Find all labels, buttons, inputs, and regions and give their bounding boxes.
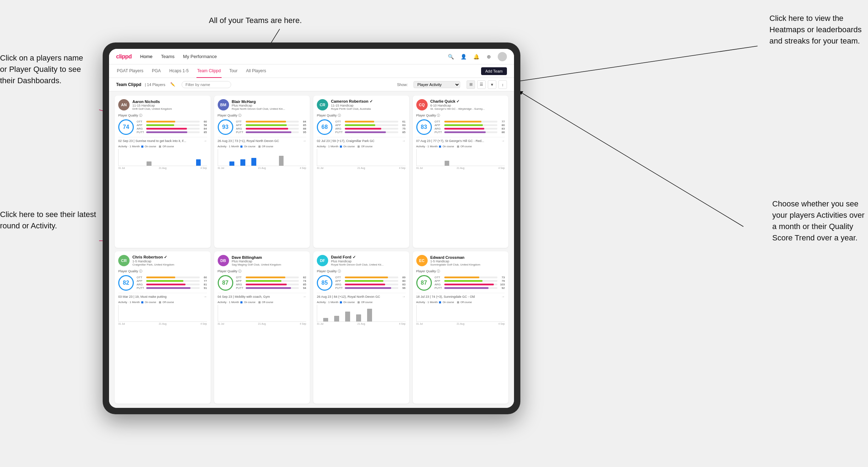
- latest-round[interactable]: 02 Sep 23 | Sunrise round to get back in…: [118, 137, 207, 143]
- stat-bar-container: [146, 121, 200, 123]
- stat-bar-container: [345, 280, 398, 282]
- stat-label-arg: ARG: [137, 283, 145, 286]
- stat-label-arg: ARG: [137, 127, 145, 130]
- nav-my-performance[interactable]: My Performance: [183, 52, 217, 61]
- player-name[interactable]: Blair McHarg: [232, 99, 307, 104]
- chart-date-label: 31 Jul: [118, 323, 125, 325]
- player-name[interactable]: Aaron Nicholls: [132, 99, 207, 104]
- player-name[interactable]: Cameron Robertson ✓: [331, 99, 406, 104]
- off-course-legend: [258, 146, 261, 148]
- player-info: Edward Crossman1-5 HandicapSunningdale G…: [430, 255, 505, 266]
- show-select[interactable]: Player Activity Quality Score Trend: [413, 81, 460, 88]
- quality-circle[interactable]: 83: [416, 119, 432, 135]
- player-info: Cameron Robertson ✓11-15 HandicapRoyal P…: [331, 99, 406, 110]
- round-arrow-icon[interactable]: →: [204, 139, 207, 143]
- round-arrow-icon[interactable]: →: [303, 139, 306, 143]
- activity-chart: [416, 305, 505, 322]
- avatar[interactable]: [498, 52, 507, 61]
- player-name[interactable]: Chris Robertson ✓: [132, 255, 207, 260]
- on-course-label: On course: [145, 301, 156, 303]
- tab-hcaps[interactable]: Hcaps 1-5: [169, 64, 189, 78]
- stat-label-putt: PUTT: [335, 286, 344, 290]
- latest-round[interactable]: 07 Aug 23 | 77 (+7), St George's Hill GC…: [416, 137, 505, 143]
- stat-label-ott: OTT: [435, 120, 443, 123]
- player-card[interactable]: BMBlair McHargPlus HandicapRoyal North D…: [214, 96, 310, 248]
- add-team-button[interactable]: Add Team: [481, 67, 507, 75]
- filter-button[interactable]: ▼: [488, 80, 496, 89]
- latest-round[interactable]: 03 Mar 23 | 19, Must make putting→: [118, 293, 207, 298]
- nav-home[interactable]: Home: [140, 52, 153, 61]
- nav-logo[interactable]: clippd: [116, 53, 132, 60]
- tab-pgat-players[interactable]: PGAT Players: [116, 64, 144, 78]
- settings-icon[interactable]: ⊕: [485, 53, 493, 61]
- chart-dates: 31 Jul21 Aug4 Sep: [416, 323, 505, 325]
- player-avatar: DB: [218, 255, 229, 266]
- latest-round[interactable]: 02 Jul 23 | 59 (+17), Craigmillar Park G…: [317, 137, 406, 143]
- stat-bar-container: [146, 277, 200, 278]
- tab-team-clippd[interactable]: Team Clippd: [196, 64, 222, 78]
- quality-circle[interactable]: 82: [118, 275, 134, 291]
- latest-round[interactable]: 26 Aug 23 | 84 (+12), Royal North Devon …: [317, 293, 406, 298]
- player-club: Sag Maging Golf Club, United Kingdom: [232, 263, 307, 266]
- stat-bar-container: [146, 287, 200, 289]
- grid-view-button[interactable]: ⊞: [467, 80, 475, 89]
- stat-bar: [345, 124, 375, 126]
- player-name[interactable]: Charlie Quick ✓: [430, 99, 505, 104]
- quality-circle[interactable]: 87: [218, 275, 233, 291]
- round-text: 04 Sep 23 | Mobility with coach, Gym: [218, 295, 302, 298]
- player-name[interactable]: Edward Crossman: [430, 255, 505, 260]
- chart-bar: [229, 161, 234, 166]
- stat-label-app: APP: [335, 124, 344, 127]
- player-card[interactable]: ANAaron Nicholls11-15 HandicapDrift Golf…: [115, 96, 211, 248]
- player-card[interactable]: ECEdward Crossman1-5 HandicapSunningdale…: [413, 251, 509, 404]
- stat-label-arg: ARG: [335, 283, 344, 286]
- tab-pga[interactable]: PGA: [151, 64, 161, 78]
- latest-round[interactable]: 04 Sep 23 | Mobility with coach, Gym→: [218, 293, 307, 298]
- latest-round[interactable]: 26 Aug 23 | 73 (+1), Royal North Devon G…: [218, 137, 307, 143]
- quality-circle[interactable]: 87: [416, 275, 432, 291]
- tab-tour[interactable]: Tour: [229, 64, 238, 78]
- player-name[interactable]: David Ford ✓: [331, 255, 406, 260]
- latest-round[interactable]: 18 Jul 23 | 74 (+3), Sunningdale GC - Ol…: [416, 293, 505, 298]
- stat-value: 60: [201, 276, 207, 279]
- stat-label-ott: OTT: [236, 276, 245, 279]
- notification-icon[interactable]: 🔔: [472, 53, 480, 61]
- filter-input[interactable]: [182, 81, 231, 88]
- stat-bar-container: [345, 131, 398, 133]
- stat-bar: [444, 280, 482, 282]
- tab-all-players[interactable]: All Players: [245, 64, 267, 78]
- round-arrow-icon[interactable]: →: [501, 139, 505, 143]
- player-card[interactable]: DBDave BillinghamPlus HandicapSag Maging…: [214, 251, 310, 404]
- chart-dates: 31 Jul21 Aug4 Sep: [317, 167, 406, 169]
- round-arrow-icon[interactable]: →: [501, 295, 505, 298]
- round-arrow-icon[interactable]: →: [402, 295, 406, 298]
- round-arrow-icon[interactable]: →: [303, 295, 306, 298]
- round-arrow-icon[interactable]: →: [402, 139, 406, 143]
- edit-team-icon[interactable]: ✏️: [170, 82, 175, 87]
- stat-value: 84: [300, 120, 306, 123]
- player-card[interactable]: CRChris Robertson ✓1-5 HandicapCraigmill…: [115, 251, 211, 404]
- search-icon[interactable]: 🔍: [447, 53, 455, 61]
- quality-circle[interactable]: 68: [317, 119, 332, 135]
- player-card[interactable]: DFDavid Ford ✓Plus HandicapRoyal North D…: [313, 251, 409, 404]
- round-arrow-icon[interactable]: →: [204, 295, 207, 298]
- chart-date-label: 4 Sep: [300, 323, 306, 325]
- quality-circle[interactable]: 74: [118, 119, 134, 135]
- stat-value: 95: [300, 131, 306, 134]
- sort-button[interactable]: ↕: [498, 80, 507, 89]
- player-card[interactable]: CRCameron Robertson ✓11-15 HandicapRoyal…: [313, 96, 409, 248]
- list-view-button[interactable]: ☰: [477, 80, 486, 89]
- player-card[interactable]: CQCharlie Quick ✓6-10 HandicapSt. George…: [413, 96, 509, 248]
- stat-bar: [345, 128, 381, 130]
- stat-bar: [444, 277, 480, 278]
- stat-row-app: APP74: [236, 279, 307, 283]
- stat-bar: [246, 128, 288, 130]
- stat-label-putt: PUTT: [137, 131, 145, 134]
- quality-circle[interactable]: 85: [317, 275, 332, 291]
- quality-label: Player Quality ⓘ: [118, 269, 207, 274]
- quality-circle[interactable]: 93: [218, 119, 233, 135]
- profile-icon[interactable]: 👤: [459, 53, 467, 61]
- player-name[interactable]: Dave Billingham: [232, 255, 307, 260]
- nav-teams[interactable]: Teams: [161, 52, 175, 61]
- player-club: St. George's Hill GC - Weybridge - Surre…: [430, 107, 505, 110]
